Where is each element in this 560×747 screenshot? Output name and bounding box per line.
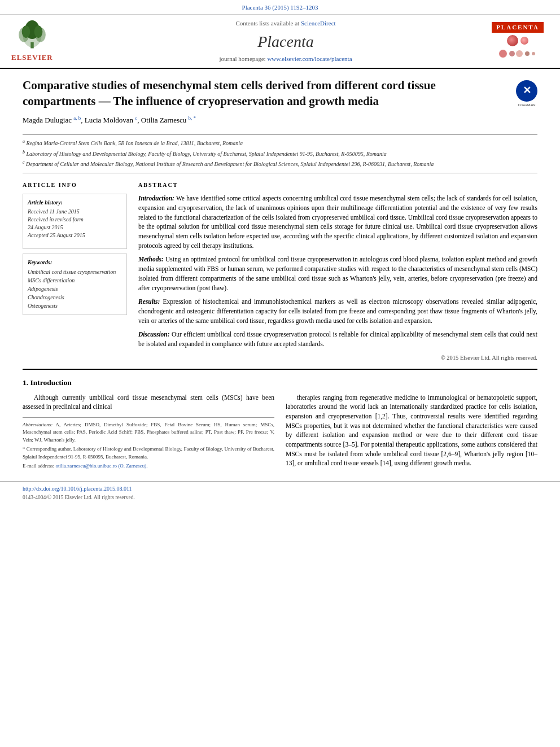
info-abstract-columns: ARTICLE INFO Article history: Received 1… xyxy=(23,181,537,361)
crossmark-label: CrossMark xyxy=(516,103,537,108)
journal-homepage-line: journal homepage: www.elsevier.com/locat… xyxy=(85,55,487,63)
authors-line: Magda Dulugiac a, b, Lucia Moldovan c, O… xyxy=(23,115,507,126)
author-3-name: Otilia Zarnescu xyxy=(141,116,189,124)
doi-line[interactable]: http://dx.doi.org/10.1016/j.placenta.201… xyxy=(23,485,537,493)
elsevier-text: ELSEVIER xyxy=(11,53,53,63)
journal-title-display: Placenta xyxy=(85,30,487,53)
email-link[interactable]: otilia.zarnescu@bio.unibuc.ro (O. Zarnes… xyxy=(55,463,147,469)
placenta-circle-2 xyxy=(520,37,528,45)
journal-header-left: ELSEVIER xyxy=(11,20,85,63)
issn-line: 0143-4004/© 2015 Elsevier Ltd. All right… xyxy=(23,494,537,501)
elsevier-logo: ELSEVIER xyxy=(11,20,53,63)
article-body: Comparative studies of mesenchymal stem … xyxy=(0,69,560,481)
sciencedirect-line: Contents lists available at ScienceDirec… xyxy=(85,19,487,28)
affil-3-text: Department of Cellular and Molecular Bio… xyxy=(26,161,434,167)
abstract-text: Introduction: We have identified some cr… xyxy=(138,194,537,361)
keywords-label: Keywords: xyxy=(28,259,122,267)
keyword-2: MSCs differentiation xyxy=(28,276,122,285)
section-divider xyxy=(23,369,537,370)
homepage-link[interactable]: www.elsevier.com/locate/placenta xyxy=(267,55,352,62)
svg-point-8 xyxy=(509,51,515,56)
footnote-abbreviations: Abbreviations: A, Arteries; DMSO, Dimeth… xyxy=(23,421,274,444)
email-label: E-mail address: xyxy=(23,463,54,469)
svg-point-9 xyxy=(516,50,523,57)
abstract-results-para: Results: Expression of histochemical and… xyxy=(138,297,537,325)
intro-label: Introduction: xyxy=(138,195,174,202)
intro-left-text: Although currently umbilical cord tissue… xyxy=(23,394,274,410)
discussion-text: Our efficient umbilical cord tissue cryo… xyxy=(138,331,537,347)
citation-bar: Placenta 36 (2015) 1192–1203 xyxy=(0,0,560,15)
author-1-sup: a, b xyxy=(73,115,81,121)
methods-label: Methods: xyxy=(138,256,164,263)
crossmark-badge[interactable]: ✕ CrossMark xyxy=(516,80,537,102)
placenta-small-icons xyxy=(498,49,537,59)
discussion-label: Discussion: xyxy=(138,331,170,338)
intro-section-number: 1. xyxy=(23,378,28,387)
intro-right-col: therapies ranging from regenerative medi… xyxy=(286,393,537,472)
author-1-name: Magda Dulugiac xyxy=(23,116,73,124)
journal-header: ELSEVIER Contents lists available at Sci… xyxy=(0,15,560,69)
crossmark-icon: ✕ xyxy=(523,84,531,98)
affil-1-text: Regina Maria-Central Stem Cells Bank, 5B… xyxy=(27,141,243,147)
citation-text: Placenta 36 (2015) 1192–1203 xyxy=(242,4,318,11)
author-2-name: Lucia Moldovan xyxy=(85,116,135,124)
affil-2: b Laboratory of Histology and Developmen… xyxy=(23,149,537,158)
received-text: Received 11 June 2015 xyxy=(28,208,122,216)
article-history-group: Article history: Received 11 June 2015 R… xyxy=(28,199,122,239)
abstract-methods-para: Methods: Using an optimized protocol for… xyxy=(138,255,537,292)
intro-left-col: Although currently umbilical cord tissue… xyxy=(23,393,274,472)
keyword-3: Adipogenesis xyxy=(28,285,122,293)
intro-right-text: therapies ranging from regenerative medi… xyxy=(286,394,537,467)
article-title-text: Comparative studies of mesenchymal stem … xyxy=(23,78,507,129)
keyword-1: Umbilical cord tissue cryopreservation xyxy=(28,268,122,276)
abstract-column: ABSTRACT Introduction: We have identifie… xyxy=(138,181,537,361)
abstract-label: ABSTRACT xyxy=(138,181,537,189)
journal-header-right: PLACENTA xyxy=(487,22,549,61)
keywords-box: Keywords: Umbilical cord tissue cryopres… xyxy=(23,254,127,315)
author-3-sup: b, * xyxy=(189,115,196,121)
methods-text: Using an optimized protocol for umbilica… xyxy=(138,256,537,291)
results-label: Results: xyxy=(138,298,160,305)
svg-point-6 xyxy=(34,25,43,38)
abbreviations-label: Abbreviations: xyxy=(23,422,53,427)
doi-text: http://dx.doi.org/10.1016/j.placenta.201… xyxy=(23,486,132,492)
article-info-label: ARTICLE INFO xyxy=(23,181,127,189)
svg-point-10 xyxy=(525,51,530,56)
svg-point-7 xyxy=(499,50,507,58)
elsevier-tree-icon xyxy=(15,20,49,51)
intro-body-columns: Although currently umbilical cord tissue… xyxy=(23,393,537,472)
keyword-4: Chondrogenesis xyxy=(28,293,122,302)
footnote-corresponding: * Corresponding author. Laboratory of Hi… xyxy=(23,445,274,461)
journal-header-center: Contents lists available at ScienceDirec… xyxy=(85,19,487,63)
intro-left-para: Although currently umbilical cord tissue… xyxy=(23,393,274,412)
abstract-intro-para: Introduction: We have identified some cr… xyxy=(138,194,537,250)
abbreviations-text: A, Arteries; DMSO, Dimethyl Sulfoxide; F… xyxy=(23,422,274,443)
bottom-bar: http://dx.doi.org/10.1016/j.placenta.201… xyxy=(0,481,560,505)
article-info-column: ARTICLE INFO Article history: Received 1… xyxy=(23,181,127,361)
footnote-email: E-mail address: otilia.zarnescu@bio.unib… xyxy=(23,462,274,470)
introduction-section: 1. Introduction Although currently umbil… xyxy=(23,378,537,472)
svg-point-5 xyxy=(22,25,30,38)
article-title-section: Comparative studies of mesenchymal stem … xyxy=(23,78,537,129)
article-title: Comparative studies of mesenchymal stem … xyxy=(23,78,507,109)
intro-section-title: 1. Introduction xyxy=(23,378,537,388)
revised-date-text: 24 August 2015 xyxy=(28,224,122,231)
placenta-circle-1 xyxy=(507,35,518,46)
affil-1-sup: a xyxy=(23,139,25,144)
history-label: Article history: xyxy=(28,199,122,207)
sciencedirect-link[interactable]: ScienceDirect xyxy=(301,20,336,27)
revised-label-text: Received in revised form xyxy=(28,216,122,224)
affil-1: a Regina Maria-Central Stem Cells Bank, … xyxy=(23,138,537,147)
affil-2-sup: b xyxy=(23,150,25,155)
article-info-box: Article history: Received 11 June 2015 R… xyxy=(23,194,127,249)
corresponding-label: * Corresponding author. xyxy=(23,446,72,452)
placenta-icon-row xyxy=(498,49,537,60)
placenta-badge: PLACENTA xyxy=(492,22,544,33)
placenta-image xyxy=(507,35,528,46)
results-text: Expression of histochemical and immunohi… xyxy=(138,298,537,324)
affil-3: c Department of Cellular and Molecular B… xyxy=(23,159,537,168)
abstract-discussion-para: Discussion: Our efficient umbilical cord… xyxy=(138,330,537,348)
affil-3-sup: c xyxy=(23,160,25,165)
intro-section-label: Introduction xyxy=(30,378,72,387)
intro-text: We have identified some critical aspects… xyxy=(138,195,537,248)
